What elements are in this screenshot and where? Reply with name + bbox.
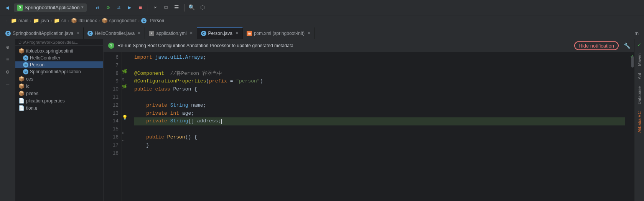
add-tool-button[interactable]: ⊕	[3, 42, 13, 52]
tab-close-pom[interactable]: ✕	[307, 31, 311, 36]
notification-bar: S Re-run Spring Boot Configuration Annot…	[104, 39, 634, 52]
tab-close-springboot[interactable]: ✕	[76, 31, 79, 36]
g-17: ⌐	[122, 137, 130, 144]
ln-13: 13	[104, 110, 119, 118]
breadcrumb-cn[interactable]: cn	[61, 18, 66, 23]
copy-icon[interactable]: ⧉	[162, 3, 170, 12]
code-line-10: public class Person {	[134, 86, 625, 94]
tree-item-plates[interactable]: 📦 plates	[15, 90, 103, 97]
ln-12: 12	[104, 102, 119, 110]
tree-label-ces: ces	[26, 76, 33, 82]
ln-6: 6	[104, 54, 119, 62]
breadcrumb-back[interactable]: ←	[5, 18, 9, 23]
paste-icon[interactable]: ☰	[173, 3, 181, 12]
right-panel-ant[interactable]: Ant	[636, 70, 643, 82]
settings-tool-button[interactable]: ⚙	[3, 67, 13, 77]
breadcrumb-main[interactable]: main	[18, 18, 28, 23]
refresh-icon[interactable]: ↺	[93, 3, 102, 12]
tree-item-ic[interactable]: 📦 ic	[15, 82, 103, 90]
project-selector[interactable]: S SpringbootInitApplication ▼	[14, 3, 87, 12]
tree-label-ic: ic	[26, 84, 30, 89]
comment-8: //将Person 容器当中	[170, 70, 222, 78]
bean-icon-8: 🌿	[122, 69, 127, 74]
tools-icon[interactable]: ⬡	[198, 3, 207, 12]
tab-springboot-init-application[interactable]: C SpringbootInitApplication.java ✕	[2, 27, 84, 39]
tree-item-person[interactable]: C Person	[15, 61, 103, 68]
scrollbar-area[interactable]: ✓	[629, 52, 634, 201]
tree-item-ces[interactable]: 📦 ces	[15, 75, 103, 82]
tab-label-person: Person.java	[208, 31, 232, 36]
sync-icon[interactable]: ⇄	[115, 3, 123, 12]
run-icon[interactable]: ▶	[125, 3, 134, 12]
g-16: ⊖	[122, 129, 130, 137]
tree-item-app-props[interactable]: 📄 plication.properties	[15, 97, 103, 104]
classname-person: Person	[173, 86, 191, 94]
tree-item-tion[interactable]: 📄 tion.e	[15, 104, 103, 112]
right-panel-database[interactable]: Database	[636, 83, 643, 107]
right-panel-maven[interactable]: Maven	[636, 50, 643, 69]
collapse-tool-button[interactable]: —	[3, 79, 13, 89]
tree-item-itbluebox[interactable]: 📦 itbluebox.springbootinit	[15, 47, 103, 54]
scissors-icon[interactable]: ✂	[151, 3, 160, 12]
folder-icon-2: 📁	[33, 18, 39, 23]
tab-close-yml[interactable]: ✕	[189, 31, 193, 36]
tab-icon-springboot: C	[5, 31, 11, 36]
bulb-icon: 💡	[122, 115, 128, 120]
anno-config-props: @ConfigurationProperties	[134, 77, 206, 86]
ln-8: 8	[104, 70, 119, 78]
search-icon[interactable]: 🔍	[188, 3, 196, 12]
tab-hello-controller[interactable]: C HelloController.java ✕	[84, 27, 145, 39]
method-person-ctor: Person	[167, 133, 185, 142]
notification-settings-icon[interactable]: 🔧	[624, 42, 630, 49]
ln-14: 14	[104, 117, 119, 125]
toolbar-separator	[90, 4, 90, 12]
tree-item-springboot-app[interactable]: C SpringbootInitApplication	[15, 68, 103, 75]
sep-2: ›	[51, 18, 52, 23]
type-string-2: String	[170, 117, 188, 125]
code-line-13: private int age;	[134, 110, 625, 118]
sidebar-tree: 📦 itbluebox.springbootinit C HelloContro…	[15, 46, 103, 201]
code-line-16: public Person() {	[134, 133, 625, 142]
ln-11: 11	[104, 94, 119, 102]
code-line-7	[134, 62, 625, 70]
ln-16: 16	[104, 133, 119, 142]
maven-tab[interactable]: m	[631, 27, 642, 39]
g-14: 💡	[122, 114, 130, 121]
tab-label-pom: pom.xml (springboot-init)	[254, 31, 305, 36]
code-content[interactable]: import java.util.Arrays; @Component //将P…	[130, 52, 629, 201]
package-icon-plates: 📦	[18, 91, 25, 96]
kw-import: import	[134, 54, 155, 62]
build-icon[interactable]: ⚙	[104, 3, 112, 12]
hide-notification-button[interactable]: Hide notification	[574, 41, 619, 50]
breadcrumb-person[interactable]: Person	[150, 18, 164, 23]
code-line-17: }	[134, 142, 625, 150]
back-button[interactable]: ◀	[3, 3, 12, 12]
code-line-15	[134, 125, 625, 133]
tree-item-hello-controller[interactable]: C HelloController	[15, 54, 103, 61]
ln-15: 15	[104, 125, 119, 133]
g-11	[122, 91, 130, 98]
right-panel-alibaba[interactable]: Alibaba RC	[636, 108, 643, 136]
gutter-area: 🌿 ⊖ 🌿 💡 ⊖ ⌐	[122, 52, 130, 201]
sidebar: D:\AProgramWorkSpace\idea\... 📦 itbluebo…	[15, 39, 104, 201]
code-line-9: @ConfigurationProperties(prefix = "perso…	[134, 77, 625, 86]
kw-public-2: public	[146, 133, 167, 142]
stop-icon[interactable]: ◼	[136, 3, 145, 12]
tab-pom-xml[interactable]: m pom.xml (springboot-init) ✕	[243, 27, 315, 39]
sep-4: ›	[99, 18, 100, 23]
tab-label-yml: application.yml	[156, 31, 186, 36]
tab-close-hello[interactable]: ✕	[137, 31, 141, 36]
tab-close-person[interactable]: ✕	[235, 31, 239, 36]
tab-application-yml[interactable]: Y application.yml ✕	[145, 27, 197, 39]
notification-icon: S	[108, 43, 114, 49]
breadcrumb-itbluebox[interactable]: itbluebox	[79, 18, 97, 23]
breadcrumb-java[interactable]: java	[41, 18, 49, 23]
breadcrumb-springbootinit[interactable]: springbootinit	[109, 18, 137, 23]
class-icon-hello: C	[23, 55, 28, 61]
tab-person-java[interactable]: C Person.java ✕	[197, 27, 243, 39]
code-line-6: import java.util.Arrays;	[134, 54, 625, 62]
notification-text: Re-run Spring Boot Configuration Annotat…	[117, 43, 629, 48]
kw-private-2: private	[146, 110, 170, 118]
g-6	[122, 52, 130, 60]
sort-tool-button[interactable]: ≡	[3, 54, 13, 64]
